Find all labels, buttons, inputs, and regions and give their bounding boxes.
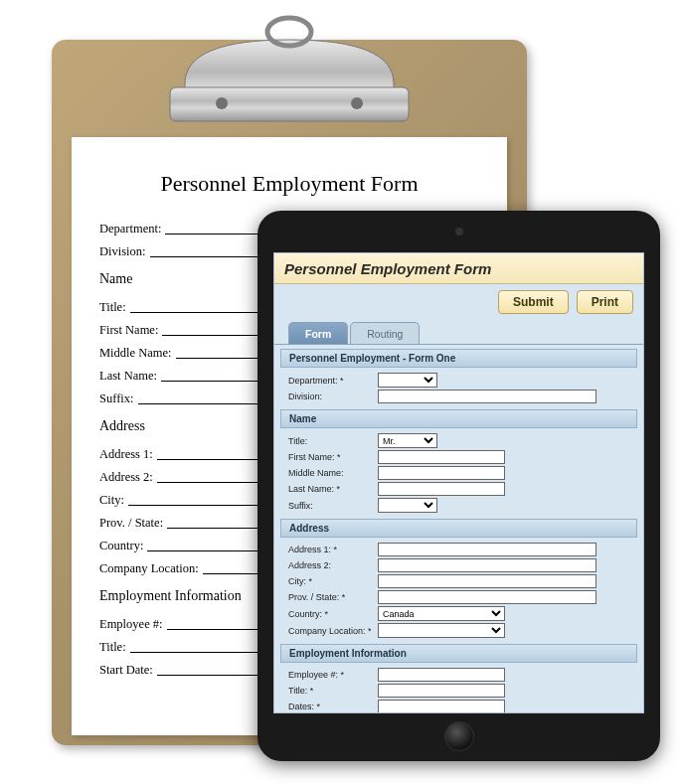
field-label: Employee #: * — [288, 670, 374, 680]
button-row: Submit Print — [274, 284, 643, 322]
field-select[interactable]: Mr. — [378, 433, 437, 448]
paper-field-label: Title: — [99, 300, 130, 315]
field-input[interactable] — [378, 390, 596, 403]
form-field-row: Middle Name: — [280, 465, 637, 481]
field-label: Address 2: — [288, 560, 374, 570]
form-field-row: Last Name: * — [280, 481, 637, 497]
form-field-row: Suffix: — [280, 497, 637, 514]
field-label: City: * — [288, 576, 374, 586]
paper-field-label: Address 1: — [99, 447, 157, 462]
home-button[interactable] — [444, 721, 474, 751]
tab-strip: Form Routing — [274, 322, 643, 345]
form-field-row: Employee #: * — [280, 667, 637, 683]
field-input[interactable] — [378, 450, 505, 464]
field-input[interactable] — [378, 700, 505, 713]
field-select[interactable] — [378, 498, 437, 513]
field-select[interactable] — [378, 623, 505, 638]
form-header-bar: Personnel Employment Form — [274, 253, 643, 284]
svg-rect-0 — [170, 87, 409, 121]
form-section-header: Employment Information — [280, 644, 637, 663]
tablet-camera — [455, 228, 463, 235]
paper-field-label: First Name: — [99, 323, 162, 338]
paper-field-label: Prov. / State: — [99, 516, 167, 531]
field-label: Dates: * — [288, 702, 374, 711]
form-field-row: Dates: * — [280, 699, 637, 713]
field-label: Prov. / State: * — [288, 592, 374, 602]
field-input[interactable] — [378, 590, 596, 604]
form-section-header: Name — [280, 409, 637, 428]
form-section-header: Personnel Employment - Form One — [280, 349, 637, 368]
form-field-row: Division: — [280, 389, 637, 404]
tablet-screen: Personnel Employment Form Submit Print F… — [273, 252, 644, 713]
field-label: First Name: * — [288, 452, 374, 462]
clipboard-clip — [150, 12, 428, 131]
field-label: Company Location: * — [288, 626, 374, 636]
form-field-row: Company Location: * — [280, 622, 637, 639]
paper-title: Personnel Employment Form — [99, 171, 479, 197]
paper-field-label: Department: — [99, 222, 165, 236]
field-label: Middle Name: — [288, 468, 374, 478]
svg-point-2 — [216, 97, 228, 109]
field-input[interactable] — [378, 543, 596, 556]
field-label: Title: — [288, 436, 374, 446]
tab-form[interactable]: Form — [288, 322, 348, 344]
field-input[interactable] — [378, 574, 596, 588]
paper-field-label: Company Location: — [99, 561, 203, 576]
field-input[interactable] — [378, 668, 505, 682]
form-field-row: City: * — [280, 573, 637, 589]
field-label: Division: — [288, 392, 374, 401]
form-field-row: Address 1: * — [280, 542, 637, 557]
form-field-row: Prov. / State: * — [280, 589, 637, 605]
paper-field-label: Suffix: — [99, 392, 138, 406]
field-label: Department: * — [288, 376, 374, 386]
print-button[interactable]: Print — [577, 290, 633, 314]
form-field-row: Title:Mr. — [280, 432, 637, 449]
paper-field-label: Division: — [99, 244, 150, 259]
field-label: Title: * — [288, 686, 374, 696]
tablet-device: Personnel Employment Form Submit Print F… — [257, 211, 660, 761]
paper-field-label: City: — [99, 493, 128, 508]
field-label: Last Name: * — [288, 484, 374, 494]
paper-field-label: Employee #: — [99, 617, 167, 632]
submit-button[interactable]: Submit — [498, 290, 569, 314]
tab-routing[interactable]: Routing — [350, 322, 420, 344]
form-body: Personnel Employment - Form OneDepartmen… — [274, 345, 643, 713]
field-select[interactable] — [378, 373, 437, 388]
svg-point-3 — [351, 97, 363, 109]
field-label: Suffix: — [288, 501, 374, 511]
form-field-row: Title: * — [280, 683, 637, 699]
paper-field-label: Last Name: — [99, 369, 161, 384]
form-section-header: Address — [280, 519, 637, 538]
field-label: Address 1: * — [288, 545, 374, 554]
field-input[interactable] — [378, 558, 596, 572]
field-input[interactable] — [378, 482, 505, 496]
field-input[interactable] — [378, 466, 505, 480]
form-field-row: Country: *Canada — [280, 605, 637, 622]
field-input[interactable] — [378, 684, 505, 698]
paper-field-label: Title: — [99, 640, 130, 655]
paper-field-label: Start Date: — [99, 663, 157, 678]
form-field-row: Address 2: — [280, 557, 637, 573]
paper-field-label: Address 2: — [99, 470, 157, 485]
paper-field-label: Country: — [99, 539, 147, 553]
form-field-row: First Name: * — [280, 449, 637, 465]
field-label: Country: * — [288, 609, 374, 619]
field-select[interactable]: Canada — [378, 606, 505, 621]
form-field-row: Department: * — [280, 372, 637, 389]
paper-field-label: Middle Name: — [99, 346, 176, 361]
form-title: Personnel Employment Form — [284, 260, 633, 277]
